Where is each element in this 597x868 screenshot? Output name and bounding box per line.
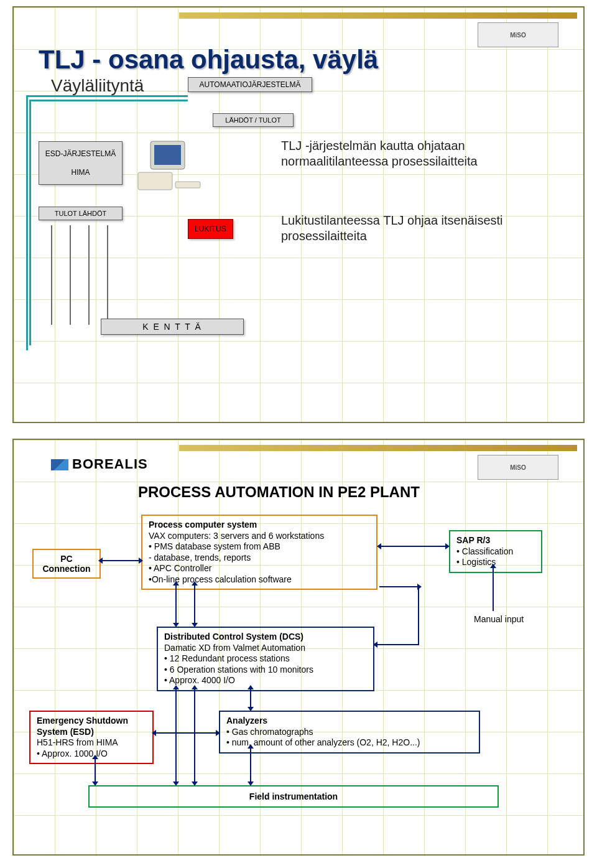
- slide-title: TLJ - osana ohjausta, väylä: [39, 45, 378, 75]
- esd-box: ESD-JÄRJESTELMÄ HIMA: [39, 141, 123, 185]
- connector: [250, 689, 251, 707]
- dcs-l2: • 12 Redundant process stations: [164, 653, 367, 665]
- dcs-l3: • 6 Operation stations with 10 monitors: [164, 665, 367, 676]
- analyzers-l2: • num. amount of other analyzers (O2, H2…: [226, 737, 473, 749]
- process-l3: - database, trends, reports: [149, 553, 370, 564]
- top-stripe: [179, 12, 577, 19]
- automation-system-box: AUTOMAATIOJÄRJESTELMÄ: [188, 77, 312, 92]
- hima-label: HIMA: [43, 168, 118, 177]
- connector: [155, 732, 216, 734]
- io-box: LÄHDÖT / TULOT: [213, 113, 294, 127]
- esd-heading: Emergency Shutdown System (ESD): [37, 716, 146, 737]
- esd-l2: • Approx. 1000 I/O: [37, 749, 146, 760]
- esd-l1: H51-HRS from HIMA: [37, 737, 146, 749]
- process-l2: • PMS database system from ABB: [149, 541, 370, 553]
- connector: [95, 758, 96, 782]
- body-text-1: TLJ -järjestelmän kautta ohjataan normaa…: [281, 138, 542, 169]
- lukitus-box: LUKITUS: [188, 219, 233, 239]
- svg-rect-2: [138, 172, 172, 190]
- dcs-l1: Damatic XD from Valmet Automation: [164, 643, 367, 654]
- connector: [194, 585, 195, 623]
- sap-l1: • Classification: [456, 546, 535, 558]
- process-heading: Process computer system: [149, 520, 370, 531]
- connector: [493, 567, 494, 611]
- svg-rect-3: [175, 182, 200, 188]
- tulot-box: TULOT LÄHDÖT: [39, 207, 123, 220]
- connector: [175, 585, 177, 623]
- dcs-box: Distributed Control System (DCS) Damatic…: [157, 627, 374, 691]
- miso-logo-2: MiSO: [478, 455, 558, 480]
- process-computer-box: Process computer system VAX computers: 3…: [141, 515, 377, 590]
- connector: [418, 586, 419, 645]
- connector: [175, 689, 177, 782]
- manual-input-label: Manual input: [474, 614, 524, 625]
- computer-icon: [132, 138, 206, 194]
- connector: [194, 689, 195, 782]
- process-l5: •On-line process calculation software: [149, 574, 370, 586]
- svg-rect-1: [154, 145, 181, 165]
- kentta-box: K E N T T Ä: [101, 319, 244, 335]
- connector: [377, 644, 419, 645]
- slide-2: MiSO BOREALIS PROCESS AUTOMATION IN PE2 …: [12, 439, 585, 856]
- sap-heading: SAP R/3: [456, 535, 535, 546]
- connector: [102, 560, 139, 561]
- slide-1: MiSO TLJ - osana ohjausta, väylä Väyläli…: [12, 6, 585, 423]
- slide2-title: PROCESS AUTOMATION IN PE2 PLANT: [138, 483, 420, 501]
- miso-logo: MiSO: [478, 22, 558, 47]
- esd-label: ESD-JÄRJESTELMÄ: [43, 149, 118, 158]
- field-instrumentation-box: Field instrumentation: [88, 785, 499, 808]
- dcs-l4: • Approx. 4000 I/O: [164, 675, 367, 686]
- process-l4: • APC Controller: [149, 563, 370, 574]
- process-l1: VAX computers: 3 servers and 6 workstati…: [149, 531, 370, 542]
- top-stripe-2: [179, 445, 577, 451]
- connector: [250, 748, 251, 782]
- pc-connection-box: PC Connection: [32, 549, 101, 579]
- analyzers-box: Analyzers • Gas chromatographs • num. am…: [219, 711, 480, 754]
- dcs-heading: Distributed Control System (DCS): [164, 632, 367, 643]
- esd-box-2: Emergency Shutdown System (ESD) H51-HRS …: [29, 711, 154, 764]
- body-text-2: Lukitustilanteessa TLJ ohjaa itsenäisest…: [281, 213, 542, 244]
- connector: [379, 586, 418, 587]
- connector: [381, 546, 446, 547]
- borealis-logo: BOREALIS: [51, 456, 148, 472]
- slide-subtitle: Väyläliityntä: [51, 76, 144, 96]
- analyzers-heading: Analyzers: [226, 716, 473, 727]
- analyzers-l1: • Gas chromatographs: [226, 727, 473, 738]
